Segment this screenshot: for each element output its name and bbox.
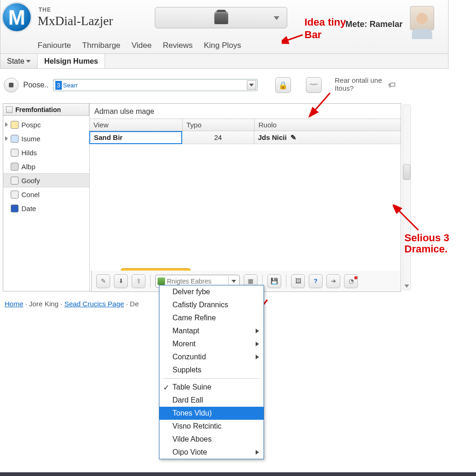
edit-button[interactable]: ✎ [96, 274, 110, 288]
sheet-icon [11, 177, 19, 185]
search-dropdown-button[interactable] [247, 80, 256, 90]
sidebar: Fremfontiation Pospc Isume Hilds Albp Go… [3, 104, 90, 291]
clock-icon: ◔ [349, 278, 354, 284]
sidebar-item-label: Pospc [21, 121, 41, 129]
edit-icon: ✎ [291, 133, 297, 142]
app-logo: M [1, 2, 32, 33]
helmet-icon [214, 11, 228, 24]
save-icon: ⬇ [119, 278, 124, 284]
nav-item[interactable]: King Ploys [204, 41, 241, 50]
calendar-icon [11, 205, 19, 212]
menu-item[interactable]: Mantapt [159, 324, 264, 337]
menu-item[interactable]: Dard Eall [159, 394, 264, 407]
sidebar-header[interactable]: Fremfontiation [3, 104, 89, 116]
record-dot-icon [354, 276, 357, 279]
menu-item[interactable]: Came Refine [159, 311, 264, 324]
record-button[interactable]: ◔ [344, 274, 358, 288]
sidebar-item[interactable]: Date [3, 201, 89, 215]
square-icon [6, 106, 13, 113]
menu-item[interactable]: Visno Retcintic [159, 420, 264, 433]
tab-state[interactable]: State [0, 54, 38, 68]
menu-label: Delver fybe [172, 288, 210, 296]
scroll-down-icon[interactable] [403, 283, 410, 289]
info-button[interactable]: ? [309, 274, 323, 288]
search-combo[interactable]: 3 Searr [53, 79, 258, 91]
sidebar-item-label: Hilds [21, 149, 37, 157]
tab-helsign[interactable]: Helsign Humes [38, 54, 105, 68]
menu-item[interactable]: Supplets [159, 364, 264, 377]
cell-ruolo: Jds Nicii✎ [254, 131, 401, 144]
poose-label: Poose.. [23, 81, 48, 89]
menu-label: Supplets [172, 366, 201, 374]
list-area: Adman ulse mage View Typo Ruolo Sand Bir… [90, 104, 401, 291]
menu-item[interactable]: Delver fybe [159, 285, 264, 298]
nav-item[interactable]: Reviews [163, 41, 192, 50]
stop-button[interactable] [4, 78, 19, 93]
disk-button[interactable]: 💾 [267, 274, 281, 288]
sidebar-item-label: Isume [21, 135, 40, 143]
sidebar-item[interactable]: Hilds [3, 145, 89, 159]
menu-label: Table Suine [172, 383, 212, 391]
sidebar-item[interactable]: Pospc [3, 118, 89, 132]
scrollbar-track[interactable] [403, 105, 411, 290]
menu-item[interactable]: Cafistly Drannics [159, 298, 264, 311]
menu-item[interactable]: Oipo Viote [159, 446, 264, 459]
center-dropdown-button[interactable] [155, 7, 287, 28]
tag-icon[interactable]: 🏷 [388, 81, 396, 89]
nav-item[interactable]: Videe [132, 41, 152, 50]
tab-strip: State Helsign Humes [0, 54, 449, 69]
wave-button[interactable]: 〰 [306, 77, 322, 93]
main-panel: Fremfontiation Pospc Isume Hilds Albp Go… [3, 103, 401, 291]
sidebar-item[interactable]: Goofy [3, 173, 89, 187]
expand-icon [5, 136, 8, 141]
crumb-tail: De [130, 300, 139, 308]
menu-item[interactable]: Vilde Aboes [159, 433, 264, 446]
menu-label: Morent [172, 340, 196, 348]
menu-item[interactable]: ✓Table Suine [159, 381, 264, 394]
menu-label: Came Refine [172, 314, 216, 322]
col-view[interactable]: View [90, 119, 183, 131]
header: M THE MxDial-Lazjer Mete: Ramelar Clhaci… [0, 0, 449, 54]
lock-button[interactable]: 🔒 [275, 77, 291, 93]
next-button[interactable]: ➔ [326, 274, 340, 288]
sidebar-item[interactable]: Conel [3, 187, 89, 201]
tab-label: State [7, 57, 24, 66]
image-icon: 🖼 [295, 278, 301, 284]
nav-item[interactable]: Thrnibarge [82, 41, 120, 50]
context-menu: Delver fybe Cafistly Drannics Came Refin… [159, 285, 264, 459]
top-nav: Faniourte Thrnibarge Videe Reviews King … [38, 38, 241, 53]
cell-text: Jds Nicii [258, 133, 287, 141]
menu-label: Mantapt [172, 327, 199, 335]
sidebar-item-label: Goofy [21, 177, 40, 185]
table-row[interactable]: Sand Bir 24 Jds Nicii✎ [90, 131, 401, 144]
annotation-side: Selious 3Dramice. [404, 232, 450, 255]
crumb-mid: Jore King [29, 300, 59, 308]
menu-item[interactable]: Morent [159, 337, 264, 350]
crumb-home[interactable]: Home [5, 300, 23, 308]
chevron-down-icon [26, 60, 31, 63]
menu-label: Vilde Aboes [172, 435, 212, 443]
menu-separator [163, 378, 260, 379]
cell-typo: 24 [182, 131, 254, 144]
col-ruolo[interactable]: Ruolo [255, 119, 401, 131]
scrollbar-thumb[interactable] [403, 164, 410, 180]
trash-icon [11, 163, 19, 171]
sidebar-list: Pospc Isume Hilds Albp Goofy Conel Date [3, 116, 89, 217]
col-typo[interactable]: Typo [183, 119, 255, 131]
menu-item[interactable]: Tones Vldu) [159, 407, 264, 420]
info-icon: ? [314, 278, 317, 284]
brand-title: MxDial-Lazjer [38, 14, 113, 28]
arrow-right-icon: ➔ [331, 278, 336, 284]
crumb-link[interactable]: Sead Crucics Page [64, 300, 124, 308]
menu-item[interactable]: Conzuntid [159, 350, 264, 364]
cell-view[interactable]: Sand Bir [89, 131, 182, 144]
menu-label: Visno Retcintic [172, 422, 222, 430]
nav-item[interactable]: Faniourte [38, 41, 71, 50]
sidebar-item[interactable]: Albp [3, 159, 89, 173]
doc-icon [11, 135, 19, 143]
sidebar-item[interactable]: Isume [3, 132, 89, 145]
picture-button[interactable]: 🖼 [291, 274, 305, 288]
user-block[interactable]: Clhaciul [402, 6, 442, 39]
save-button[interactable]: ⬇ [114, 274, 128, 288]
upload-button[interactable]: ⇧ [132, 274, 145, 288]
